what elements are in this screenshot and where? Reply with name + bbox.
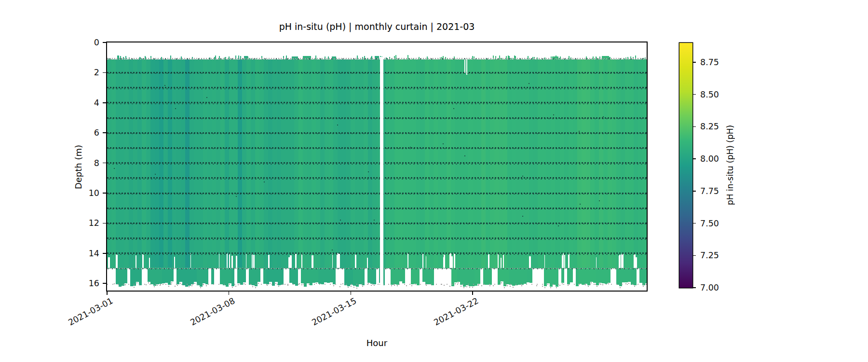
chart-title: pH in-situ (pH) | monthly curtain | 2021…	[107, 21, 647, 32]
seafloor-marker	[478, 285, 479, 286]
seafloor-marker	[189, 286, 190, 287]
sensor-row	[107, 148, 647, 149]
dropout-gap	[174, 257, 175, 268]
colorbar-tick	[692, 191, 696, 192]
dropout-gap	[219, 254, 219, 268]
seafloor-marker	[157, 285, 158, 286]
y-tick-label: 10	[68, 188, 99, 198]
data-gap	[464, 59, 465, 73]
seafloor-column	[243, 267, 246, 282]
stray-marker	[603, 116, 604, 117]
seafloor-column	[570, 267, 573, 282]
sensor-row-16	[107, 284, 647, 285]
dropout-gap	[503, 255, 504, 268]
seafloor-marker	[634, 286, 635, 287]
seafloor-marker	[278, 286, 279, 287]
seafloor-column	[124, 267, 127, 283]
seafloor-marker	[168, 286, 169, 287]
dropout-gap	[367, 258, 368, 268]
seafloor-marker	[620, 287, 621, 288]
dropout-gap	[252, 253, 253, 268]
dropout-gap	[301, 253, 302, 268]
stray-marker	[114, 168, 115, 169]
stray-marker	[522, 176, 523, 177]
seafloor-column	[211, 267, 214, 284]
seafloor-marker	[255, 287, 256, 288]
dropout-gap	[635, 257, 637, 268]
seafloor-column	[333, 267, 336, 284]
y-tick	[103, 223, 106, 224]
y-tick	[103, 283, 106, 284]
seafloor-marker	[466, 286, 467, 287]
seafloor-marker	[568, 285, 569, 286]
seafloor-marker	[351, 286, 352, 287]
seafloor-marker	[501, 282, 502, 283]
figure: pH in-situ (pH) | monthly curtain | 2021…	[0, 0, 868, 362]
stray-marker	[529, 83, 529, 84]
seafloor-column	[231, 267, 234, 286]
seafloor-column	[362, 267, 365, 285]
x-tick	[351, 292, 352, 295]
dropout-gap	[501, 258, 502, 268]
seafloor-marker	[536, 285, 537, 286]
y-tick	[103, 102, 106, 103]
seafloor-column	[295, 267, 298, 286]
seafloor-column	[645, 267, 647, 283]
sensor-row	[107, 209, 647, 209]
y-tick-label: 6	[68, 128, 99, 138]
seafloor-marker	[544, 287, 545, 288]
surface-marker-row	[107, 58, 647, 59]
dropout-gap	[339, 253, 340, 268]
dropout-gap	[451, 256, 453, 268]
dropout-gap	[253, 255, 255, 268]
sensor-row	[107, 118, 647, 119]
seafloor-marker	[200, 287, 201, 288]
y-tick-label: 4	[68, 98, 99, 108]
colorbar-tick	[692, 62, 696, 63]
stray-marker	[453, 108, 454, 109]
stray-marker	[522, 216, 523, 217]
stray-marker	[332, 250, 333, 251]
dropout-gap	[142, 254, 144, 268]
dropout-gap	[407, 253, 408, 268]
seafloor-marker	[510, 286, 511, 287]
stray-marker	[340, 220, 341, 221]
sensor-row	[107, 73, 647, 74]
seafloor-marker	[521, 285, 522, 286]
seafloor-marker	[493, 285, 494, 286]
dropout-gap	[116, 254, 118, 268]
seafloor-marker	[513, 287, 514, 288]
stray-marker	[579, 131, 580, 132]
seafloor-column	[489, 267, 492, 285]
sensor-row-15	[107, 268, 647, 269]
seafloor-marker	[160, 285, 161, 286]
dropout-gap	[454, 253, 455, 268]
dropout-gap	[498, 254, 499, 268]
dropout-gap	[562, 255, 563, 268]
x-axis-label: Hour	[107, 338, 647, 348]
dropout-gap	[529, 256, 531, 268]
y-tick	[103, 253, 106, 254]
dropout-gap	[227, 253, 228, 268]
seafloor-marker	[597, 286, 597, 287]
dropout-gap	[596, 257, 597, 268]
stray-marker	[155, 174, 156, 175]
dropout-gap	[268, 255, 269, 268]
stray-marker	[558, 225, 559, 226]
seafloor-marker	[397, 285, 398, 286]
colorbar-tick	[692, 126, 696, 127]
curtain-heatmap	[107, 42, 647, 291]
data-gap	[466, 59, 467, 75]
colorbar-tick	[692, 94, 696, 95]
seafloor-marker	[353, 287, 354, 288]
seafloor-marker	[333, 285, 334, 286]
x-tick	[107, 292, 108, 295]
stray-marker	[206, 97, 207, 98]
stray-marker	[337, 125, 338, 125]
stray-marker	[368, 171, 369, 172]
seafloor-column	[431, 267, 434, 285]
seafloor-column	[205, 267, 208, 284]
seafloor-marker	[426, 285, 427, 286]
y-tick	[103, 72, 106, 73]
y-tick	[103, 132, 106, 133]
